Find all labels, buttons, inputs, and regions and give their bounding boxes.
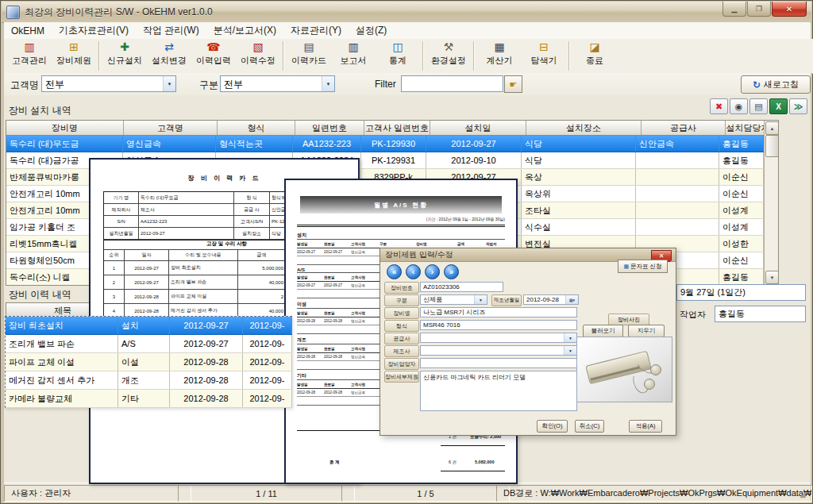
column-header[interactable]: 일련번호 (295, 121, 364, 135)
toolbar-button-history-card[interactable]: 이력카드 (287, 39, 331, 73)
table-cell: 2012-09-27 (324, 283, 351, 287)
toolbar-separator (283, 41, 284, 71)
menu-item[interactable]: 분석/보고서(X) (206, 22, 283, 39)
nav-next-icon[interactable]: › (425, 264, 440, 279)
field-label: 구분 (384, 294, 419, 306)
toolbar-button-new-install[interactable]: 신규설치 (102, 39, 147, 73)
nav-prev-icon[interactable]: ‹ (406, 264, 421, 279)
table-cell: 형식적는곳 (216, 136, 293, 152)
nav-last-icon[interactable]: » (444, 264, 459, 279)
explorer-icon (537, 40, 551, 54)
toolbar-button-history-edit[interactable]: 이력수정 (236, 39, 280, 73)
toolbar-separator (473, 41, 475, 71)
table-row[interactable]: 카메라 불량교체기타2012-09-282012-09- (6, 390, 292, 408)
toolbar-button-customers[interactable]: 고객관리 (7, 39, 52, 73)
menu-item[interactable]: 작업 관리(W) (136, 22, 206, 39)
toolbar-button-statistics[interactable]: 통계 (376, 39, 420, 73)
app-icon (6, 6, 20, 19)
type-filter-combo[interactable]: 전부 ▼ (220, 75, 335, 92)
maximize-button[interactable]: ❐ (747, 2, 771, 17)
menu-item[interactable]: 자료관리(Y) (283, 22, 349, 39)
photo-clear-button[interactable]: 지우기 (628, 325, 665, 337)
menu-item[interactable]: 설정(Z) (349, 22, 394, 39)
table-row[interactable]: 조리개 밸브 파손A/S2012-09-272012-09- (6, 335, 292, 353)
toolbar-button-report[interactable]: 보고서 (331, 39, 376, 73)
period-field[interactable]: 9월 27일 (1일간) (676, 284, 806, 301)
toolbar-button-label: 장비제원 (56, 55, 91, 67)
menu-item[interactable]: 기초자료관리(V) (52, 22, 136, 39)
column-header[interactable]: 설치일 (430, 121, 526, 135)
resize-grip[interactable]: ◢ (800, 490, 809, 499)
table-cell: 2012-09-28 (324, 355, 351, 359)
table-cell: 카메라 불량교체 (6, 390, 118, 407)
ok-button[interactable]: 확인(O) (537, 420, 568, 433)
delete-icon[interactable]: ✖ (710, 98, 728, 114)
spec-textarea[interactable]: 신용카드 마그네틱 카드 리더기 모델 (420, 371, 577, 411)
scrollbar-thumb[interactable] (765, 135, 779, 157)
column-header[interactable]: 형식 (218, 121, 295, 135)
toolbar-button-exit[interactable]: 종료 (572, 39, 617, 73)
install-grid-header: 장비명고객명형식일련번호고객사 일련번호설치일설치장소공급사설치담당자 (6, 121, 778, 136)
printer-icon[interactable]: ▤ (749, 98, 768, 114)
equipment-no-input[interactable]: AZ01023306 (420, 282, 503, 292)
refresh-button[interactable]: ↻ 새로고침 (741, 75, 811, 94)
column-header: 금액 (457, 242, 486, 246)
minimize-button[interactable]: ▁ (722, 2, 746, 17)
maker-combo[interactable]: ▼ (420, 345, 577, 356)
table-cell: 설치년월일 (104, 228, 139, 239)
toolbar-button-settings[interactable]: 환경설정 (426, 39, 471, 73)
column-header[interactable]: 장비명 (6, 121, 124, 135)
supplier-combo[interactable]: ▼ (420, 333, 577, 343)
camera-icon[interactable]: ◉ (730, 98, 748, 114)
toolbar-button-equipment-spec[interactable]: 장비제원 (52, 39, 96, 73)
toolbar-button-explorer[interactable]: 탐색기 (522, 39, 566, 73)
status-counter-1: 1 / 11 (178, 485, 355, 502)
column-header[interactable]: 고객사 일련번호 (364, 121, 430, 135)
column-header: 발생일 (297, 275, 324, 279)
nav-first-icon[interactable]: « (387, 264, 402, 279)
table-row[interactable]: 장비 최초설치설치2012-09-272012-09- (6, 317, 292, 335)
export-icon[interactable]: ≫ (789, 98, 807, 114)
excel-icon[interactable]: X (769, 98, 788, 114)
field-label: 장비담당자 (384, 358, 419, 370)
cancel-button[interactable]: 취소(C) (575, 420, 604, 433)
column-header: 발생일 (297, 242, 324, 246)
table-cell: 3 (104, 290, 125, 303)
mfg-date-input[interactable]: 2012-09-28 ▦▾ (523, 294, 579, 305)
customer-filter-combo[interactable]: 전부 ▼ (41, 75, 176, 92)
table-cell: 영신금속 (123, 136, 216, 152)
scroll-down-icon[interactable]: ▼ (765, 271, 779, 284)
gubun-combo[interactable]: 신제품 ▼ (420, 294, 487, 305)
equipment-spec-icon (67, 40, 81, 54)
toolbar-button-change-install[interactable]: 설치변경 (147, 39, 191, 73)
close-button[interactable]: ✕ (772, 2, 807, 17)
table-row[interactable]: 파이프 교체 이설이설2012-09-282012-09- (6, 353, 292, 371)
filter-go-button[interactable]: ☛ (504, 75, 522, 93)
table-cell: 2 (238, 290, 286, 303)
manager-input[interactable] (420, 358, 577, 368)
worker-label: 작업자 (680, 309, 706, 321)
table-row[interactable]: 독수리 (대)무도금영신금속형식적는곳AA1232-223PK-12993020… (6, 136, 778, 152)
worker-field[interactable]: 홍길동 (715, 306, 806, 322)
new-install-icon (118, 40, 132, 54)
table-cell: 2012-09-27 (139, 228, 234, 239)
column-header[interactable]: 공급사 (642, 121, 726, 135)
column-header[interactable]: 고객명 (124, 121, 218, 135)
toolbar-button-label: 고객관리 (12, 55, 47, 67)
equipment-name-input[interactable]: 나노급 MSR기 시리즈 (420, 307, 577, 317)
filter-input[interactable] (401, 75, 503, 92)
dialog-title: 장비제원 입력/수정 (385, 249, 453, 260)
menu-item[interactable]: OkEHM (4, 24, 52, 38)
column-header[interactable]: 설치장소 (526, 121, 642, 135)
char-table-button[interactable]: 문자표 신청 (618, 260, 668, 273)
install-grid-scrollbar[interactable]: ▲ ▼ (764, 121, 778, 285)
toolbar-button-history-input[interactable]: 이력입력 (191, 39, 236, 73)
type-input[interactable]: MSR46 7016 (420, 320, 577, 330)
scroll-up-icon[interactable]: ▲ (765, 121, 779, 135)
table-cell: 이순신 (719, 252, 764, 268)
photo-load-button[interactable]: 불러오기 (583, 325, 623, 337)
toolbar-button-calculator[interactable]: 계산기 (477, 39, 522, 73)
table-row[interactable]: 메거진 감지 센서 추가개조2012-09-282012-09- (6, 371, 292, 390)
table-cell: 영신금속 (351, 355, 380, 359)
apply-button[interactable]: 적용(A) (629, 420, 662, 433)
